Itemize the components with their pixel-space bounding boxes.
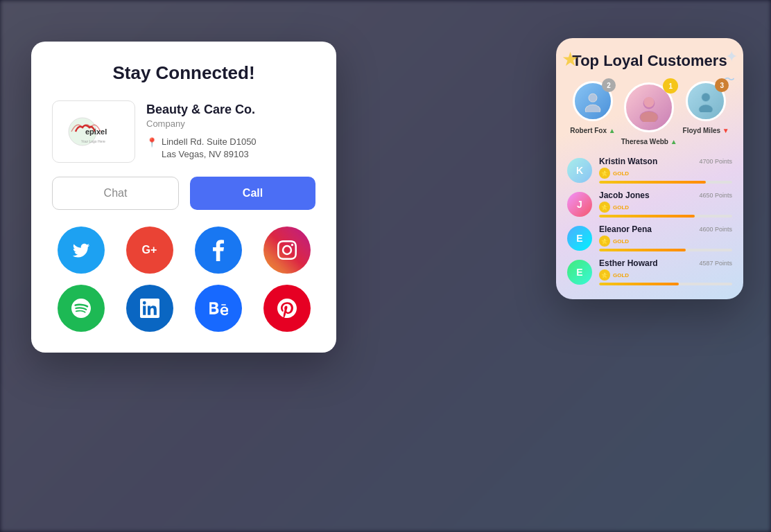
tier-badge-eleanor: ⭐ — [599, 236, 610, 247]
tier-badge-jacob: ⭐ — [599, 202, 610, 213]
avatar-esther: E — [567, 260, 592, 285]
progress-bg-esther — [599, 283, 732, 285]
location-icon: 📍 — [146, 136, 157, 149]
progress-fill-kristin — [599, 181, 706, 184]
avatar-kristin: K — [567, 158, 592, 183]
customer-list: K Kristin Watson 4700 Points ⭐ GOLD J — [567, 157, 732, 285]
podium-person-3: 3 Floyd Miles ▼ — [683, 81, 729, 134]
progress-fill-jacob — [599, 215, 695, 218]
tier-badge-esther: ⭐ — [599, 269, 610, 281]
rank-badge-1: 1 — [663, 78, 678, 94]
tier-label-esther: GOLD — [613, 272, 629, 278]
podium: 2 Robert Fox ▲ 1 Theresa Webb ▲ 3 Floyd … — [567, 81, 732, 145]
linkedin-icon[interactable] — [126, 285, 173, 332]
company-info: epixel Your Logo Here Beauty & Care Co. … — [52, 100, 315, 163]
star-right-decoration: ✦ — [725, 48, 738, 66]
list-item: J Jacob Jones 4650 Points ⭐ GOLD — [567, 190, 732, 218]
customer-info-jacob: Jacob Jones 4650 Points ⭐ GOLD — [599, 190, 732, 218]
action-buttons: Chat Call — [52, 177, 315, 210]
customer-name-kristin: Kristin Watson — [599, 157, 657, 166]
social-icons-grid: G+ — [52, 227, 315, 332]
list-item: E Esther Howard 4587 Points ⭐ GOLD — [567, 258, 732, 285]
podium-name-floyd: Floyd Miles ▼ — [683, 127, 729, 134]
address-line2: Las Vegas, NV 89103 — [162, 148, 257, 161]
customer-points-kristin: 4700 Points — [699, 158, 732, 165]
progress-fill-esther — [599, 283, 679, 285]
company-logo: epixel Your Logo Here — [52, 100, 135, 163]
avatar-jacob: J — [567, 192, 592, 217]
svg-point-5 — [589, 94, 596, 102]
podium-person-2: 2 Robert Fox ▲ — [570, 81, 615, 134]
pinterest-icon[interactable] — [263, 285, 311, 332]
behance-icon[interactable] — [195, 285, 242, 332]
progress-fill-eleanor — [599, 249, 686, 251]
star-left-decoration: ★ — [562, 48, 579, 71]
address-line1: Lindell Rd. Suite D1050 — [162, 136, 257, 148]
card-title: Stay Connected! — [52, 62, 315, 84]
customer-info-eleanor: Eleanor Pena 4600 Points ⭐ GOLD — [599, 224, 732, 251]
podium-name-robert: Robert Fox ▲ — [570, 127, 615, 134]
customer-name-esther: Esther Howard — [599, 258, 658, 268]
svg-point-13 — [702, 94, 710, 101]
tier-label-kristin: GOLD — [613, 170, 629, 177]
customer-points-esther: 4587 Points — [699, 260, 732, 267]
progress-bg-jacob — [599, 215, 732, 218]
call-button[interactable]: Call — [190, 177, 315, 210]
customer-info-kristin: Kristin Watson 4700 Points ⭐ GOLD — [599, 157, 732, 184]
podium-name-theresa: Theresa Webb ▲ — [621, 138, 677, 145]
tier-label-eleanor: GOLD — [613, 238, 629, 245]
svg-point-9 — [644, 97, 655, 107]
svg-text:epixel: epixel — [85, 127, 107, 136]
loyal-customers-card: ★ ✦ 〜 Top Loyal Customers 2 Robert Fox ▲… — [556, 38, 743, 299]
svg-text:Your Logo Here: Your Logo Here — [81, 139, 105, 143]
company-type: Company — [146, 118, 315, 129]
customer-name-jacob: Jacob Jones — [599, 190, 650, 200]
customer-info-esther: Esther Howard 4587 Points ⭐ GOLD — [599, 258, 732, 285]
customer-points-jacob: 4650 Points — [699, 192, 732, 199]
company-details: Beauty & Care Co. Company 📍 Lindell Rd. … — [146, 103, 315, 161]
chat-button[interactable]: Chat — [52, 177, 179, 210]
spotify-icon[interactable] — [58, 285, 105, 332]
customer-points-eleanor: 4600 Points — [699, 226, 732, 233]
progress-bg-eleanor — [599, 249, 732, 251]
tier-label-jacob: GOLD — [613, 204, 629, 211]
company-address: 📍 Lindell Rd. Suite D1050 Las Vegas, NV … — [146, 136, 315, 161]
podium-person-1: 1 Theresa Webb ▲ — [621, 82, 677, 145]
list-item: K Kristin Watson 4700 Points ⭐ GOLD — [567, 157, 732, 184]
company-name: Beauty & Care Co. — [146, 103, 315, 117]
twitter-icon[interactable] — [58, 227, 105, 274]
avatar-eleanor: E — [567, 226, 592, 251]
rank-badge-2: 2 — [602, 78, 616, 92]
instagram-icon[interactable] — [263, 227, 311, 274]
loyal-customers-title: Top Loyal Customers — [567, 52, 732, 70]
customer-name-eleanor: Eleanor Pena — [599, 224, 652, 234]
facebook-icon[interactable] — [195, 227, 242, 274]
progress-bg-kristin — [599, 181, 732, 184]
epixel-logo-svg: epixel Your Logo Here — [66, 114, 121, 150]
rank-badge-3: 3 — [715, 78, 729, 92]
list-item: E Eleanor Pena 4600 Points ⭐ GOLD — [567, 224, 732, 251]
tier-badge-kristin: ⭐ — [599, 168, 610, 179]
google-icon[interactable]: G+ — [126, 227, 173, 274]
stay-connected-card: Stay Connected! epixel Your Logo Here Be… — [31, 42, 336, 353]
